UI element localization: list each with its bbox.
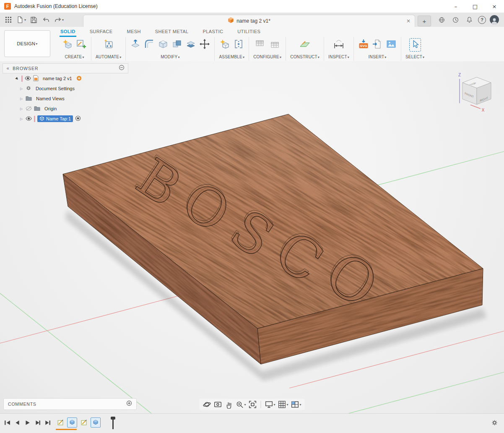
- step-forward-button[interactable]: [34, 420, 41, 428]
- group-insert-label[interactable]: INSERT: [369, 55, 387, 59]
- group-assemble-label[interactable]: ASSEMBLE: [219, 55, 244, 59]
- workspace-selector[interactable]: DESIGN: [4, 30, 50, 57]
- browser-row-document-settings[interactable]: ▷ Document Settings: [3, 83, 128, 94]
- new-tab-button[interactable]: +: [418, 16, 431, 26]
- insert-canvas-icon[interactable]: [386, 39, 397, 51]
- document-tab[interactable]: name tag 2 v1* ×: [83, 15, 415, 27]
- close-button[interactable]: ×: [485, 0, 504, 13]
- zoom-icon[interactable]: [235, 400, 246, 409]
- automate-icon[interactable]: [103, 39, 114, 51]
- pan-icon[interactable]: [224, 400, 233, 409]
- skip-start-button[interactable]: [4, 420, 10, 428]
- document-tab-close-icon[interactable]: ×: [406, 18, 410, 24]
- browser-row-named-views[interactable]: ▷ Named Views: [3, 94, 128, 104]
- fillet-icon[interactable]: [144, 39, 155, 51]
- expander-icon[interactable]: ▷: [19, 107, 23, 111]
- tab-mesh[interactable]: MESH: [126, 29, 141, 37]
- configuration-table-icon[interactable]: [255, 39, 266, 51]
- timeline-settings-gear-icon[interactable]: [491, 419, 504, 428]
- maximize-button[interactable]: □: [465, 0, 485, 13]
- press-pull-icon[interactable]: [130, 39, 141, 51]
- timeline-sketch-icon[interactable]: [56, 418, 65, 428]
- group-automate-label[interactable]: AUTOMATE: [96, 55, 121, 59]
- group-select-label[interactable]: SELECT: [405, 55, 424, 59]
- configuration-icon[interactable]: [269, 39, 280, 51]
- minimize-button[interactable]: –: [446, 0, 465, 13]
- expander-icon[interactable]: ▶: [14, 76, 20, 81]
- new-component-icon[interactable]: [219, 39, 230, 51]
- tab-solid[interactable]: SOLID: [60, 29, 76, 37]
- create-sketch-icon[interactable]: [76, 39, 87, 51]
- group-inspect: INSPECT: [324, 37, 354, 61]
- skip-end-button[interactable]: [44, 420, 51, 428]
- move-copy-icon[interactable]: [199, 39, 210, 51]
- expander-icon[interactable]: ▷: [19, 117, 23, 121]
- extensions-globe-icon[interactable]: [436, 15, 447, 25]
- look-at-icon[interactable]: [213, 400, 222, 409]
- browser-item-selected[interactable]: Name Tap:1: [37, 115, 73, 122]
- browser-item-label[interactable]: Document Settings: [34, 85, 77, 92]
- comments-bar[interactable]: COMMENTS: [3, 398, 137, 410]
- orbit-icon[interactable]: [203, 400, 211, 409]
- component-badge-icon[interactable]: [76, 76, 82, 82]
- document-icon: [33, 75, 39, 82]
- construct-plane-icon[interactable]: [299, 39, 310, 51]
- app-grid-menu-icon[interactable]: [3, 15, 13, 25]
- browser-row-origin[interactable]: ▷ Origin: [3, 104, 128, 114]
- browser-item-label[interactable]: name tag 2 v1: [41, 75, 74, 82]
- viewports-icon[interactable]: [291, 400, 301, 409]
- tab-sheet-metal[interactable]: SHEET METAL: [154, 29, 190, 37]
- user-avatar[interactable]: [490, 15, 499, 24]
- radio-marker-icon[interactable]: [75, 115, 81, 122]
- browser-item-label[interactable]: Named Views: [34, 95, 67, 102]
- timeline-sketch-icon[interactable]: [79, 418, 88, 428]
- offset-face-icon[interactable]: [185, 39, 196, 51]
- joint-icon[interactable]: [233, 39, 244, 51]
- new-solid-icon[interactable]: [62, 39, 73, 51]
- save-icon[interactable]: [29, 15, 39, 25]
- visibility-eye-icon[interactable]: [26, 116, 32, 122]
- browser-item-label[interactable]: Origin: [42, 105, 59, 112]
- select-cursor-icon[interactable]: [409, 38, 421, 52]
- browser-minimize-icon[interactable]: [119, 65, 125, 72]
- expander-icon[interactable]: ▷: [19, 97, 23, 101]
- document-tab-label: name tag 2 v1*: [236, 18, 270, 24]
- browser-row-body-selected[interactable]: ▷ Name Tap:1: [3, 114, 128, 124]
- browser-collapse-icon[interactable]: «: [6, 65, 9, 71]
- timeline-playhead[interactable]: [110, 417, 116, 431]
- insert-svg-icon[interactable]: SVG: [358, 39, 369, 51]
- tab-utilities[interactable]: UTILITIES: [236, 29, 261, 37]
- shell-icon[interactable]: [158, 39, 169, 51]
- tab-surface[interactable]: SURFACE: [89, 29, 114, 37]
- window-title: Autodesk Fusion (Education License): [14, 3, 98, 9]
- fit-icon[interactable]: [248, 400, 257, 409]
- insert-derive-icon[interactable]: [372, 39, 383, 51]
- redo-icon[interactable]: [54, 15, 64, 25]
- help-icon[interactable]: ?: [478, 16, 486, 24]
- measure-icon[interactable]: [333, 39, 344, 51]
- group-construct-label[interactable]: CONSTRUCT: [290, 55, 320, 59]
- notifications-bell-icon[interactable]: [464, 15, 474, 25]
- combine-icon[interactable]: [171, 39, 182, 51]
- group-modify-label[interactable]: MODIFY: [161, 55, 179, 59]
- undo-icon[interactable]: [41, 15, 51, 25]
- timeline-extrude-icon[interactable]: [91, 417, 101, 428]
- step-back-button[interactable]: [14, 420, 21, 428]
- group-inspect-label[interactable]: INSPECT: [328, 55, 349, 59]
- viewport-canvas[interactable]: BB OO SS CC OO Z TOP: [0, 61, 504, 413]
- expander-icon[interactable]: ▷: [19, 87, 23, 91]
- group-configure-label[interactable]: CONFIGURE: [253, 55, 281, 59]
- job-status-clock-icon[interactable]: [450, 15, 460, 25]
- add-comment-icon[interactable]: [126, 400, 132, 408]
- display-settings-icon[interactable]: [265, 400, 275, 409]
- visibility-off-eye-icon[interactable]: [26, 106, 32, 112]
- visibility-eye-icon[interactable]: [25, 76, 31, 81]
- view-cube[interactable]: Z TOP FRONT RIGHT X: [458, 73, 491, 112]
- file-menu-icon[interactable]: [16, 15, 26, 25]
- tab-plastic[interactable]: PLASTIC: [202, 29, 224, 37]
- browser-row-root[interactable]: ▶ name tag 2 v1: [3, 73, 128, 83]
- timeline-extrude-icon[interactable]: [67, 417, 77, 428]
- grid-display-icon[interactable]: [278, 400, 288, 409]
- play-button[interactable]: [24, 420, 31, 428]
- group-create-label[interactable]: CREATE: [65, 55, 84, 59]
